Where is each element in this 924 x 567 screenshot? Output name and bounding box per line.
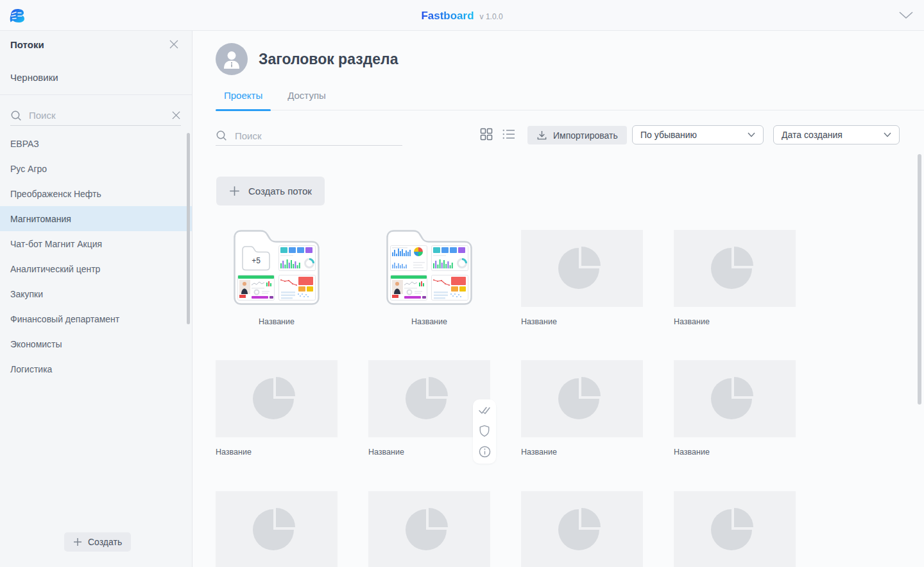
project-card[interactable]	[674, 230, 796, 307]
pie-wedge-icon	[734, 508, 753, 527]
sidebar-item[interactable]: Аналитический центр	[0, 256, 192, 281]
projects-search-input[interactable]	[235, 130, 402, 141]
app-version: v 1.0.0	[480, 12, 503, 21]
shield-icon[interactable]	[479, 424, 490, 437]
card-label: Название	[521, 448, 643, 457]
create-stream-button[interactable]: Создать поток	[216, 177, 325, 205]
pie-wedge-icon	[581, 377, 601, 396]
sidebar-scrollbar[interactable]	[187, 133, 190, 324]
info-icon[interactable]	[479, 446, 491, 458]
sidebar-item[interactable]: Рус Агро	[0, 156, 192, 181]
collapse-chevron-down-icon[interactable]	[898, 11, 914, 20]
tab-projects[interactable]: Проекты	[216, 90, 271, 110]
sidebar-item[interactable]: ЕВРАЗ	[0, 131, 192, 156]
project-card[interactable]	[216, 360, 338, 437]
sidebar-item-drafts[interactable]: Черновики	[10, 72, 58, 83]
sidebar-create-label: Создать	[88, 537, 122, 547]
folder-previews	[390, 245, 468, 301]
project-card[interactable]	[674, 491, 796, 567]
avatar	[216, 43, 248, 75]
project-card[interactable]	[521, 360, 643, 437]
dashboard-thumbnail-person	[390, 275, 427, 301]
sidebar: Потоки Черновики ЕВРАЗ Рус Агро Преображ…	[0, 31, 193, 567]
card-label: Название	[216, 448, 338, 457]
dashboard-thumbnail-red	[431, 275, 468, 301]
sort-direction-value: По убыванию	[640, 130, 697, 140]
pie-wedge-icon	[734, 247, 753, 266]
page-title: Заголовок раздела	[259, 51, 398, 68]
card-label: Название	[674, 448, 796, 457]
project-card-cell: Название	[521, 230, 643, 326]
dashboard-thumbnail-bars-pie	[390, 245, 427, 271]
list-view-icon[interactable]	[502, 128, 515, 141]
import-button[interactable]: Импортировать	[527, 126, 627, 144]
project-card-cell	[674, 491, 796, 567]
sidebar-item[interactable]: Чат-бот Магнит Акция	[0, 231, 192, 256]
dashboard-thumbnail-kpi	[431, 245, 468, 271]
sidebar-title: Потоки	[10, 39, 44, 50]
sidebar-item[interactable]: Логистика	[0, 356, 192, 381]
project-card-cell: Название	[674, 230, 796, 326]
sidebar-search-input[interactable]	[29, 110, 164, 121]
project-card-cell: Название	[674, 360, 796, 457]
dashboard-thumbnail-red	[278, 275, 316, 301]
sidebar-close-icon[interactable]	[169, 39, 179, 49]
plus-icon	[229, 186, 240, 196]
pie-wedge-icon	[429, 508, 448, 527]
sidebar-stream-list: ЕВРАЗ Рус Агро Преображенск Нефть Магнит…	[0, 131, 192, 381]
download-icon	[536, 130, 547, 141]
pie-wedge-icon	[734, 377, 753, 396]
sidebar-item-selected[interactable]: Магнитомания	[0, 206, 192, 231]
sidebar-item[interactable]: Закупки	[0, 281, 192, 306]
chevron-down-icon	[884, 132, 891, 137]
main-scrollbar[interactable]	[918, 154, 921, 405]
create-stream-label: Создать поток	[248, 186, 312, 196]
tab-bar: Проекты Доступы	[216, 90, 924, 110]
card-label: Название	[521, 317, 643, 326]
main-content: Заголовок раздела Проекты Доступы Импорт…	[193, 31, 924, 567]
sidebar-item[interactable]: Финансовый департамент	[0, 306, 192, 331]
tab-access[interactable]: Доступы	[279, 90, 334, 110]
search-icon	[216, 130, 227, 141]
folder-card[interactable]: +5	[232, 230, 321, 307]
card-label: Название	[674, 317, 796, 326]
project-card[interactable]	[368, 360, 490, 437]
pie-wedge-icon	[429, 377, 448, 396]
pie-wedge-icon	[581, 247, 601, 266]
card-label: Название	[216, 317, 338, 326]
grid-view-icon[interactable]	[480, 128, 493, 141]
project-grid: +5	[216, 230, 921, 567]
sidebar-divider	[0, 94, 192, 95]
folder-card-cell: Название	[368, 230, 490, 326]
project-card-cell	[521, 491, 643, 567]
project-card-cell	[368, 491, 490, 567]
pie-wedge-icon	[276, 377, 295, 396]
project-card[interactable]	[674, 360, 796, 437]
project-card[interactable]	[521, 230, 643, 307]
folder-more-badge: +5	[252, 256, 261, 265]
dashboard-thumbnail-person	[237, 275, 275, 301]
sort-by-value: Дата создания	[782, 130, 843, 140]
projects-search	[216, 126, 402, 146]
pie-wedge-icon	[581, 508, 601, 527]
chevron-down-icon	[748, 132, 755, 137]
sidebar-create-button[interactable]: Создать	[64, 532, 131, 552]
pie-wedge-icon	[276, 508, 295, 527]
folder-card[interactable]	[385, 230, 474, 307]
fastboard-logo-icon	[9, 7, 27, 24]
sidebar-search-clear-icon[interactable]	[171, 110, 181, 120]
dashboard-thumbnail-kpi	[278, 245, 316, 271]
person-icon	[216, 43, 248, 75]
project-card[interactable]	[521, 491, 643, 567]
card-actions-panel	[473, 399, 496, 464]
sidebar-search	[10, 105, 181, 126]
sidebar-item[interactable]: Экономисты	[0, 331, 192, 356]
sidebar-item[interactable]: Преображенск Нефть	[0, 181, 192, 206]
project-card[interactable]	[216, 491, 338, 567]
folder-previews: +5	[237, 245, 316, 301]
double-check-icon[interactable]	[478, 405, 491, 415]
project-card-cell	[216, 491, 338, 567]
sort-by-select[interactable]: Дата создания	[773, 125, 900, 144]
project-card[interactable]	[368, 491, 490, 567]
sort-direction-select[interactable]: По убыванию	[632, 125, 764, 144]
